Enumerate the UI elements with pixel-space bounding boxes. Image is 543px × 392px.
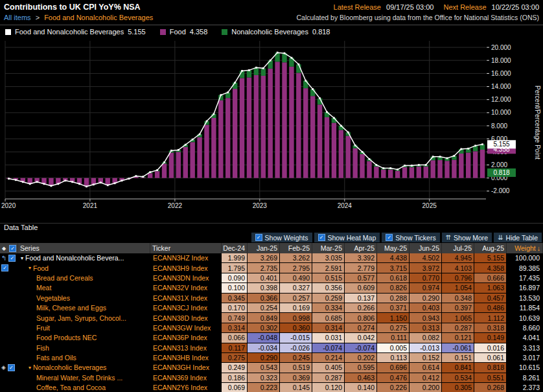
value-cell[interactable]: 0.398: [248, 283, 280, 293]
column-header-jan-25[interactable]: Jan-25: [248, 243, 280, 253]
value-cell[interactable]: 0.826: [377, 283, 410, 293]
value-cell[interactable]: 0.152: [410, 353, 442, 363]
weight-cell[interactable]: 17.435: [507, 273, 543, 283]
weight-cell[interactable]: 3.313: [507, 343, 543, 353]
value-cell[interactable]: 0.275: [377, 323, 410, 333]
value-cell[interactable]: 0.841: [442, 363, 474, 373]
weight-cell[interactable]: 100.000: [507, 253, 543, 263]
series-label[interactable]: Nonalcoholic Beverages: [33, 363, 106, 371]
value-cell[interactable]: 0.100: [222, 283, 248, 293]
value-cell[interactable]: -0.048: [248, 333, 280, 343]
series-label[interactable]: Mineral Water, Soft Drinks ...: [36, 374, 122, 382]
series-label[interactable]: Vegetables: [36, 294, 70, 302]
value-cell[interactable]: 2.735: [248, 263, 280, 273]
value-cell[interactable]: 0.302: [248, 323, 280, 333]
series-cell[interactable]: Mineral Water, Soft Drinks ...: [18, 373, 150, 383]
value-cell[interactable]: 0.348: [442, 294, 474, 303]
value-cell[interactable]: 0.257: [280, 294, 312, 303]
value-cell[interactable]: 0.061: [474, 353, 507, 363]
value-cell[interactable]: 0.463: [345, 373, 377, 383]
value-cell[interactable]: 2.779: [345, 263, 377, 273]
value-cell[interactable]: 0.031: [312, 333, 345, 343]
weight-cell[interactable]: 2.373: [507, 383, 543, 392]
ticker-cell[interactable]: ECANN3CJ Index: [150, 303, 222, 313]
show-heat-map-button[interactable]: ✓Show Heat Map: [314, 233, 380, 242]
breadcrumb-all-items[interactable]: All items: [4, 14, 31, 21]
value-cell[interactable]: 0.595: [345, 363, 377, 373]
value-cell[interactable]: 0.356: [312, 283, 345, 293]
column-header-feb-25[interactable]: Feb-25: [280, 243, 312, 253]
value-cell[interactable]: 4.358: [474, 263, 507, 273]
value-cell[interactable]: 0.818: [474, 363, 507, 373]
value-cell[interactable]: 0.476: [377, 373, 410, 383]
value-cell[interactable]: 0.618: [377, 273, 410, 283]
weight-cell[interactable]: 8.660: [507, 323, 543, 333]
row-checkbox[interactable]: ✓: [8, 364, 15, 371]
value-cell[interactable]: 0.551: [474, 373, 507, 383]
value-cell[interactable]: 0.069: [222, 383, 248, 392]
series-label[interactable]: Fats and Oils: [36, 354, 76, 362]
value-cell[interactable]: 0.275: [222, 353, 248, 363]
value-cell[interactable]: 0.016: [474, 343, 507, 353]
value-cell[interactable]: 1.065: [442, 313, 474, 323]
series-label[interactable]: Milk, Cheese and Eggs: [36, 304, 106, 312]
value-cell[interactable]: -0.026: [280, 343, 312, 353]
value-cell[interactable]: 0.405: [312, 363, 345, 373]
ticker-cell[interactable]: ECANN36P Index: [150, 333, 222, 343]
weight-cell[interactable]: 89.385: [507, 263, 543, 273]
value-cell[interactable]: 0.334: [312, 303, 345, 313]
series-cell[interactable]: Meat: [18, 283, 150, 293]
value-cell[interactable]: -0.074: [312, 343, 345, 353]
column-header-jun-25[interactable]: Jun-25: [410, 243, 442, 253]
series-cell[interactable]: Bread and Cereals: [18, 273, 150, 283]
show-weights-button[interactable]: ✓Show Weights: [251, 233, 312, 242]
value-cell[interactable]: 0.486: [474, 303, 507, 313]
ticker-cell[interactable]: ECANN3H9 Index: [150, 263, 222, 273]
value-cell[interactable]: 0.042: [345, 333, 377, 343]
value-cell[interactable]: 0.609: [345, 283, 377, 293]
series-cell[interactable]: Fruit: [18, 323, 150, 333]
value-cell[interactable]: 0.214: [312, 353, 345, 363]
value-cell[interactable]: 0.457: [474, 294, 507, 303]
weight-cell[interactable]: 8.261: [507, 373, 543, 383]
value-cell[interactable]: 0.318: [474, 323, 507, 333]
series-cell[interactable]: ▾Nonalcoholic Beverages: [18, 363, 150, 373]
value-cell[interactable]: 2.591: [312, 263, 345, 273]
value-cell[interactable]: 0.223: [248, 383, 280, 392]
ticker-cell[interactable]: ECANN3DN Index: [150, 273, 222, 283]
value-cell[interactable]: -0.034: [248, 343, 280, 353]
series-label[interactable]: Bread and Cereals: [36, 274, 93, 282]
value-cell[interactable]: 0.149: [474, 333, 507, 343]
value-cell[interactable]: 0.534: [442, 373, 474, 383]
value-cell[interactable]: 0.323: [248, 373, 280, 383]
value-cell[interactable]: -0.013: [410, 343, 442, 353]
row-checkbox[interactable]: ✓: [1, 264, 8, 271]
weight-cell[interactable]: 10.639: [507, 313, 543, 323]
weight-cell[interactable]: 10.615: [507, 363, 543, 373]
series-cell[interactable]: ▾Food and Nonalcoholic Bevera...: [18, 253, 150, 263]
series-label[interactable]: Sugar, Jam, Syrups, Chocol...: [36, 314, 126, 322]
expand-icon[interactable]: ▾: [29, 365, 31, 371]
value-cell[interactable]: 0.371: [377, 303, 410, 313]
column-header-aug-25[interactable]: Aug-25: [474, 243, 507, 253]
hide-table-button[interactable]: ⇊Hide Table: [494, 233, 542, 242]
value-cell[interactable]: 0.066: [222, 333, 248, 343]
series-cell[interactable]: Vegetables: [18, 294, 150, 303]
value-cell[interactable]: 1.795: [222, 263, 248, 273]
value-cell[interactable]: 0.369: [280, 373, 312, 383]
value-cell[interactable]: 0.490: [280, 273, 312, 283]
food-bars[interactable]: [6, 62, 485, 187]
value-cell[interactable]: 0.005: [377, 343, 410, 353]
value-cell[interactable]: 4.945: [442, 253, 474, 263]
series-label[interactable]: Food and Nonalcoholic Bevera...: [25, 254, 124, 262]
value-cell[interactable]: 0.998: [280, 313, 312, 323]
drilldown-return-icon[interactable]: ↰: [1, 255, 6, 262]
value-cell[interactable]: 0.170: [222, 303, 248, 313]
value-cell[interactable]: 0.943: [410, 313, 442, 323]
value-cell[interactable]: 0.287: [312, 373, 345, 383]
value-cell[interactable]: 1.999: [222, 253, 248, 263]
value-cell[interactable]: 0.186: [222, 373, 248, 383]
contributions-chart-area[interactable]: 202020212022202320242025-2.0000.0002.000…: [0, 38, 543, 223]
ticker-cell[interactable]: ECANN369 Index: [150, 373, 222, 383]
series-label[interactable]: Fish: [36, 344, 49, 352]
